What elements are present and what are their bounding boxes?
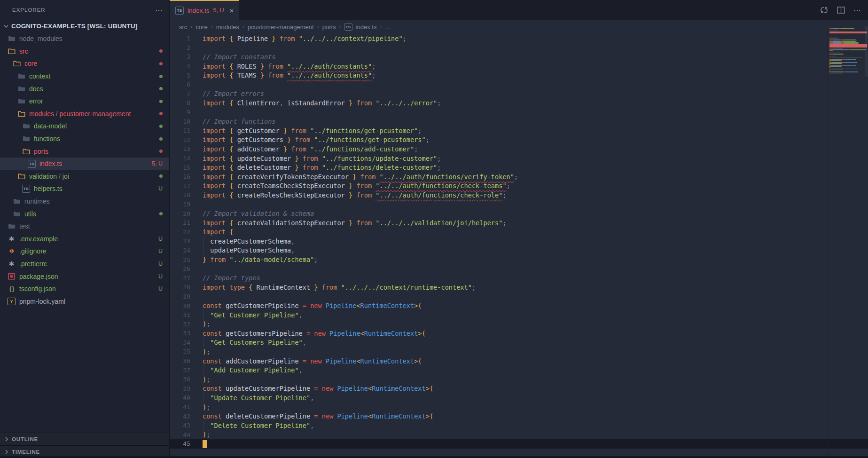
minimap-line (829, 63, 842, 64)
code-line-43[interactable]: 43 "Delete Customer Pipeline", (170, 421, 868, 430)
tree-item-src[interactable]: src (0, 45, 169, 58)
code-line-16[interactable]: 16import { createVerifyTokenStepExecutor… (170, 172, 868, 182)
tree-item-helpers.ts[interactable]: TShelpers.tsU (0, 182, 169, 195)
code-line-29[interactable]: 29 (170, 292, 868, 301)
code-line-25[interactable]: 25} from "../data-model/schema"; (170, 255, 868, 264)
code-line-38[interactable]: 38); (170, 375, 868, 384)
breadcrumb-src[interactable]: src (179, 24, 187, 31)
git-status-dot (159, 49, 163, 53)
code-line-23[interactable]: 23 createPCustomerSchema, (170, 237, 868, 246)
minimap-column (828, 0, 868, 458)
tree-item-tsconfig.json[interactable]: { }tsconfig.jsonU (0, 283, 169, 295)
code-line-28[interactable]: 28import type { RuntimeContext } from ".… (170, 283, 868, 292)
git-status-badge: U (158, 273, 163, 280)
tree-item-error[interactable]: error (0, 95, 169, 108)
line-number: 41 (170, 403, 190, 411)
code-line-36[interactable]: 36const addCustomerPipeline = new Pipeli… (170, 356, 868, 366)
line-number: 34 (170, 339, 190, 346)
breadcrumb-modules[interactable]: modules (216, 24, 239, 31)
code-line-5[interactable]: 5import { TEAMS } from "../../auth/const… (170, 71, 868, 80)
tree-item-runtimes[interactable]: runtimes (0, 195, 169, 208)
breadcrumb-core[interactable]: core (195, 24, 207, 31)
code-line-11[interactable]: 11import { getCustomer } from "../functi… (170, 126, 868, 135)
breadcrumb-separator: › (190, 24, 192, 30)
code-line-1[interactable]: 1import { Pipeline } from "../../../cont… (170, 34, 868, 43)
code-line-12[interactable]: 12import { getCustomers } from "../funct… (170, 135, 868, 145)
code-line-34[interactable]: 34 "Get Customers Pipeline", (170, 338, 868, 347)
tree-item-docs[interactable]: docs (0, 82, 169, 95)
code-editor[interactable]: 1import { Pipeline } from "../../../cont… (170, 34, 868, 449)
code-line-45[interactable]: 45 (170, 439, 868, 449)
tree-item-validation-joi[interactable]: validation / joi (0, 170, 169, 183)
settings-file-icon: ✱ (9, 261, 15, 267)
code-line-39[interactable]: 39const updateCustomerPipeline = new Pip… (170, 384, 868, 394)
tab-index-ts[interactable]: TS index.ts 5, U × (170, 0, 239, 20)
tree-item-package.json[interactable]: package.jsonU (0, 270, 169, 283)
tree-item-node-modules[interactable]: node_modules (0, 32, 169, 45)
npm-icon (8, 273, 15, 280)
indent-guide (203, 310, 204, 320)
code-line-44[interactable]: 44); (170, 430, 868, 440)
tree-item-pnpm-lock.yaml[interactable]: Ypnpm-lock.yaml (0, 295, 169, 308)
code-line-8[interactable]: 8import { ClientError, isStandardError }… (170, 98, 868, 108)
code-line-2[interactable]: 2 (170, 43, 868, 53)
tree-item-index.ts[interactable]: TSindex.ts5, U (0, 158, 169, 170)
git-status-dot (159, 75, 163, 78)
tree-item-test[interactable]: test (0, 220, 169, 233)
code-line-21[interactable]: 21import { createValidationStepExecutor … (170, 218, 868, 228)
breadcrumb-pcustomer-management[interactable]: pcustomer-management (248, 24, 314, 31)
tree-item-data-model[interactable]: data-model (0, 120, 169, 133)
code-line-3[interactable]: 3// Import constants (170, 52, 868, 62)
code-line-27[interactable]: 27// Import types (170, 273, 868, 283)
workspace-root-row[interactable]: COGNITO-EXAMPLE-TS [WSL: UBUNTU] (0, 20, 169, 32)
line-number: 14 (170, 155, 190, 162)
tree-item-modules-pcustomer-management[interactable]: modules / pcustomer-management (0, 108, 169, 120)
code-line-13[interactable]: 13import { addCustomer } from "../functi… (170, 144, 868, 154)
code-line-41[interactable]: 41); (170, 403, 868, 412)
code-line-9[interactable]: 9 (170, 108, 868, 117)
tree-item-ports[interactable]: ports (0, 145, 169, 158)
explorer-more-icon[interactable]: ⋯ (155, 6, 163, 15)
tree-item-.env.example[interactable]: ✱.env.exampleU (0, 233, 169, 245)
code-line-7[interactable]: 7// Import errors (170, 89, 868, 99)
tab-bar: TS index.ts 5, U × ⋯ (170, 0, 868, 20)
code-line-6[interactable]: 6 (170, 80, 868, 89)
breadcrumb-ports[interactable]: ports (322, 24, 336, 31)
section-outline[interactable]: OUTLINE (0, 433, 169, 445)
tree-item-.prettierrc[interactable]: ✱.prettierrcU (0, 258, 169, 270)
code-line-14[interactable]: 14import { updateCustomer } from "../fun… (170, 154, 868, 163)
code-line-20[interactable]: 20// Import validation & schema (170, 209, 868, 218)
code-line-26[interactable]: 26 (170, 264, 868, 274)
code-line-42[interactable]: 42const deleteCustomerPipeline = new Pip… (170, 411, 868, 421)
code-line-18[interactable]: 18import { createRolesCheckStepExecutor … (170, 190, 868, 200)
minimap-line (829, 54, 844, 55)
code-line-32[interactable]: 32); (170, 319, 868, 329)
minimap-error-bar (829, 46, 867, 47)
code-line-37[interactable]: 37 "Add Customer Pipeline", (170, 365, 868, 375)
breadcrumb-symbol-tail[interactable]: ... (385, 24, 390, 31)
code-line-31[interactable]: 31 "Get Customer Pipeline", (170, 310, 868, 320)
code-line-19[interactable]: 19 (170, 200, 868, 209)
code-line-22[interactable]: 22import { (170, 227, 868, 237)
code-line-24[interactable]: 24 updatePCustomerSchema, (170, 246, 868, 255)
tree-item-core[interactable]: core (0, 57, 169, 70)
tree-item-context[interactable]: context (0, 70, 169, 83)
tree-item-label: data-model (34, 122, 67, 130)
code-line-33[interactable]: 33const getCustomersPipeline = new Pipel… (170, 329, 868, 338)
tree-item-label: tsconfig.json (19, 285, 56, 292)
breadcrumb-separator: › (380, 24, 382, 30)
code-line-15[interactable]: 15import { deleteCustomer } from "../fun… (170, 163, 868, 172)
code-line-35[interactable]: 35); (170, 347, 868, 356)
code-line-17[interactable]: 17import { createTeamsCheckStepExecutor … (170, 182, 868, 191)
code-line-10[interactable]: 10// Import functions (170, 117, 868, 126)
tree-item-.gitignore[interactable]: .gitignoreU (0, 245, 169, 258)
code-line-30[interactable]: 30const getCustomerPipeline = new Pipeli… (170, 301, 868, 310)
tree-item-utils[interactable]: utils (0, 207, 169, 220)
code-line-4[interactable]: 4import { ROLES } from "../../auth/const… (170, 62, 868, 71)
close-icon[interactable]: × (229, 7, 234, 15)
code-line-40[interactable]: 40 "Update Customer Pipeline", (170, 393, 868, 403)
breadcrumb-file[interactable]: index.ts (356, 24, 377, 31)
minimap-slider[interactable] (865, 26, 868, 77)
tree-item-functions[interactable]: functions (0, 133, 169, 145)
folder-icon (8, 223, 16, 229)
